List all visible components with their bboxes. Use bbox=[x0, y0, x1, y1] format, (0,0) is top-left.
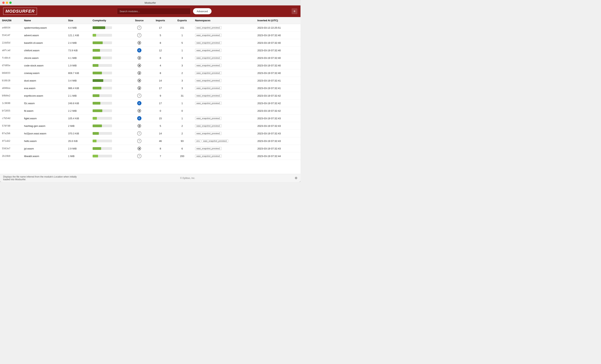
table-row[interactable]: 5563e7 jyt.wasm 2.9 MiB ⚙ 8 6 wasi_snaps… bbox=[0, 145, 300, 152]
table-row[interactable]: 22dd5d base64-cli.wasm 2.4 MiB ⚙ 8 5 was… bbox=[0, 39, 300, 47]
cell-source: C bbox=[129, 115, 150, 122]
complexity-bar-wrapper bbox=[93, 109, 112, 112]
cell-size: 2 MiB bbox=[66, 122, 91, 130]
cell-sha: 2b19b9 bbox=[0, 152, 22, 160]
cell-exports: 31 bbox=[171, 92, 193, 99]
cell-exports: 3 bbox=[171, 62, 193, 69]
cell-inserted: 2023-03-19 07:32:44 bbox=[255, 152, 300, 160]
cell-sha: a8fcad bbox=[0, 47, 22, 54]
close-button[interactable] bbox=[2, 1, 5, 4]
cell-inserted: 2023-03-19 07:32:43 bbox=[255, 115, 300, 122]
cell-inserted: 2023-03-19 07:32:43 bbox=[255, 145, 300, 152]
cell-complexity bbox=[91, 152, 129, 160]
cell-namespaces: wasi_snapshot_preview1 bbox=[193, 115, 256, 122]
cell-name: code-stock.wasm bbox=[22, 62, 66, 69]
cell-inserted: 2023-03-19 07:32:40 bbox=[255, 47, 300, 54]
cell-exports: 5 bbox=[171, 39, 193, 47]
cell-size: 986.4 KiB bbox=[66, 84, 91, 92]
table-row[interactable]: 55414f advent.wasm 121.1 KiB ? 5 1 wasi_… bbox=[0, 31, 300, 39]
advanced-button[interactable]: Advanced bbox=[193, 8, 211, 14]
cell-name: hashtag-gen.wasm bbox=[22, 122, 66, 130]
table-row[interactable]: bf2855 fd.wasm 2.2 MiB ⚙ 0 0 2023-03-19 … bbox=[0, 107, 300, 115]
cell-exports: 1 bbox=[171, 115, 193, 122]
table-row[interactable]: cfb54d figlet.wasm 105.4 KiB C 15 1 wasi… bbox=[0, 115, 300, 122]
cell-size: 26.6 KiB bbox=[66, 137, 91, 145]
complexity-bar bbox=[93, 132, 99, 135]
cell-source: ? bbox=[129, 130, 150, 137]
cell-exports: 3 bbox=[171, 84, 193, 92]
svg-text:⚙: ⚙ bbox=[139, 72, 140, 74]
cell-sha: b9b0e2 bbox=[0, 92, 22, 99]
cell-complexity bbox=[91, 31, 129, 39]
complexity-bar-wrapper bbox=[93, 34, 112, 37]
table-row[interactable]: fc60c4 clicore.wasm 4.1 MiB ⚙ 8 3 wasi_s… bbox=[0, 54, 300, 62]
cell-namespaces: wasi_snapshot_preview1 bbox=[193, 84, 256, 92]
table-row[interactable]: a048ea exa.wasm 986.4 KiB ⚙ 17 3 wasi_sn… bbox=[0, 84, 300, 92]
cell-imports: 12 bbox=[150, 47, 171, 54]
svg-text:⚙: ⚙ bbox=[139, 148, 140, 150]
cell-source: ⚙ bbox=[129, 77, 150, 84]
complexity-bar bbox=[93, 64, 99, 67]
table-row[interactable]: a48934 spidermonkey.wasm 4.4 MiB ? 17 15… bbox=[0, 24, 300, 31]
table-body: a48934 spidermonkey.wasm 4.4 MiB ? 17 15… bbox=[0, 24, 300, 160]
table-row[interactable]: a8fcad chkfont.wasm 73.9 KiB C 12 1 wasi… bbox=[0, 47, 300, 54]
namespace-tag: wasi_snapshot_preview1 bbox=[195, 117, 222, 120]
namespace-tag: wasi_snapshot_preview1 bbox=[195, 87, 222, 90]
table-row[interactable]: 2b19b9 libwabt.wasm 1 MiB ? 7 200 wasi_s… bbox=[0, 152, 300, 160]
table-row[interactable]: b6b033 cowsay.wasm 808.7 KiB ⚙ 8 2 wasi_… bbox=[0, 69, 300, 77]
cell-source: C bbox=[129, 99, 150, 107]
cell-imports: 17 bbox=[150, 99, 171, 107]
namespace-tag: wasi_snapshot_preview1 bbox=[195, 79, 222, 82]
cell-sha: bf2855 bbox=[0, 107, 22, 115]
cell-size: 249.8 KiB bbox=[66, 99, 91, 107]
namespace-tag: wasi_snapshot_preview1 bbox=[195, 41, 222, 44]
complexity-bar-wrapper bbox=[93, 64, 112, 67]
cell-sha: cfb54d bbox=[0, 115, 22, 122]
cell-sha: a48934 bbox=[0, 24, 22, 31]
cell-imports: 7 bbox=[150, 152, 171, 160]
settings-icon[interactable]: ⚙ bbox=[295, 176, 297, 180]
cell-imports: 8 bbox=[150, 39, 171, 47]
search-bar bbox=[117, 8, 191, 15]
namespace-tag: wasi_snapshot_preview1 bbox=[195, 49, 222, 52]
col-size: Size bbox=[66, 17, 91, 24]
complexity-bar bbox=[93, 94, 99, 97]
maximize-button[interactable] bbox=[9, 1, 12, 4]
complexity-bar bbox=[93, 57, 101, 59]
minimize-button[interactable] bbox=[6, 1, 8, 4]
cell-size: 1.9 MiB bbox=[66, 62, 91, 69]
table-row[interactable]: 1c9690 f2c.wasm 249.8 KiB C 17 1 wasi_sn… bbox=[0, 99, 300, 107]
table-row[interactable]: b9b0e2 exprtkcore.wasm 2.1 MiB ? 9 31 wa… bbox=[0, 92, 300, 99]
cell-imports: 14 bbox=[150, 130, 171, 137]
table-row[interactable]: 07a2b6 hcl2json.wasi.wasm 370.3 KiB ? 14… bbox=[0, 130, 300, 137]
cell-source: ? bbox=[129, 31, 150, 39]
table-row[interactable]: 578fd0 hashtag-gen.wasm 2 MiB ⚙ 5 2 wasi… bbox=[0, 122, 300, 130]
cell-inserted: 2023-03-19 07:32:43 bbox=[255, 137, 300, 145]
cell-source: C bbox=[129, 47, 150, 54]
complexity-bar-wrapper bbox=[93, 125, 112, 127]
table-row[interactable]: d7d05e code-stock.wasm 1.9 MiB ⚙ 4 3 was… bbox=[0, 62, 300, 69]
cell-inserted: 2023-03-19 07:32:40 bbox=[255, 54, 300, 62]
cell-imports: 4 bbox=[150, 62, 171, 69]
cell-sha: a048ea bbox=[0, 84, 22, 92]
table-row[interactable]: 4f1ab2 hello.wasm 26.6 KiB ? 46 93 envwa… bbox=[0, 137, 300, 145]
cell-source: ? bbox=[129, 24, 150, 31]
cell-name: cowsay.wasm bbox=[22, 69, 66, 77]
cell-imports: 14 bbox=[150, 77, 171, 84]
cell-namespaces: wasi_snapshot_preview1 bbox=[193, 31, 256, 39]
cell-name: advent.wasm bbox=[22, 31, 66, 39]
svg-text:⚙: ⚙ bbox=[139, 125, 140, 127]
cell-sha: d7d05e bbox=[0, 62, 22, 69]
cell-size: 2.1 MiB bbox=[66, 92, 91, 99]
table-row[interactable]: b16b18 dust.wasm 3.4 MiB ⚙ 14 3 wasi_sna… bbox=[0, 77, 300, 84]
cell-size: 4.4 MiB bbox=[66, 24, 91, 31]
add-button[interactable]: + bbox=[291, 8, 297, 14]
cell-inserted: 2023-03-19 07:32:42 bbox=[255, 99, 300, 107]
search-input[interactable] bbox=[117, 8, 191, 15]
cell-complexity bbox=[91, 62, 129, 69]
complexity-bar-wrapper bbox=[93, 117, 112, 120]
table-header: SHA256 Name Size Complexity Source Impor… bbox=[0, 17, 300, 24]
cell-namespaces: wasi_snapshot_preview1 bbox=[193, 122, 256, 130]
cell-namespaces: wasi_snapshot_preview1 bbox=[193, 130, 256, 137]
col-namespaces: Namespaces bbox=[193, 17, 256, 24]
